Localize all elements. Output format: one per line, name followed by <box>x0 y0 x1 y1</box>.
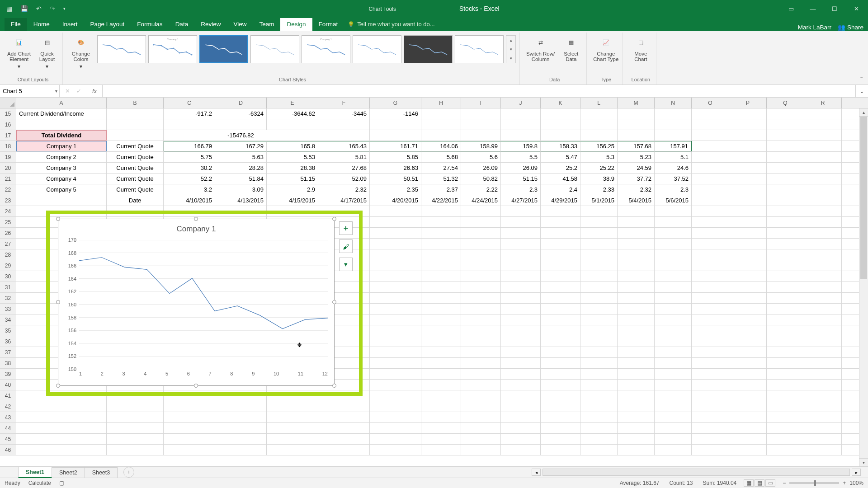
view-page-layout-icon[interactable]: ▤ <box>755 479 764 487</box>
cell[interactable] <box>729 314 767 325</box>
cell[interactable]: 5.53 <box>267 152 318 162</box>
cell[interactable] <box>692 445 729 455</box>
select-all-corner[interactable] <box>0 98 16 108</box>
grid-row[interactable]: 45 <box>0 434 868 445</box>
col-header[interactable]: Q <box>767 98 804 108</box>
cell[interactable] <box>501 217 541 227</box>
tab-view[interactable]: View <box>227 18 253 31</box>
cell[interactable] <box>804 347 842 357</box>
cell[interactable] <box>767 108 804 119</box>
cell[interactable] <box>501 380 541 390</box>
add-chart-element-button[interactable]: 📊 Add Chart Element▾ <box>7 35 31 70</box>
col-header[interactable]: R <box>804 98 842 108</box>
cell[interactable] <box>421 369 461 379</box>
cell[interactable] <box>804 282 842 292</box>
cell[interactable] <box>618 401 655 412</box>
hscroll-track[interactable] <box>542 469 850 476</box>
name-box[interactable] <box>3 88 57 94</box>
cell[interactable]: Company 4 <box>16 174 107 184</box>
cell[interactable] <box>501 314 541 325</box>
cell[interactable] <box>804 130 842 141</box>
zoom-in-button[interactable]: + <box>843 480 846 486</box>
move-chart-button[interactable]: ⬚ Move Chart <box>629 35 652 62</box>
cell[interactable] <box>580 390 618 401</box>
cell[interactable]: -917.2 <box>164 108 215 119</box>
cell[interactable] <box>541 239 580 249</box>
cell[interactable]: 2.3 <box>655 184 692 195</box>
cell[interactable] <box>692 249 729 260</box>
cell[interactable] <box>655 390 692 401</box>
cell[interactable] <box>729 423 767 433</box>
cell[interactable] <box>370 401 421 412</box>
grid-row[interactable]: 43 <box>0 412 868 423</box>
cell[interactable] <box>767 380 804 390</box>
cell[interactable] <box>729 347 767 357</box>
cell[interactable] <box>580 347 618 357</box>
cell[interactable] <box>618 445 655 455</box>
cell[interactable] <box>461 390 501 401</box>
cell[interactable] <box>767 163 804 173</box>
cell[interactable] <box>421 401 461 412</box>
cell[interactable] <box>215 119 267 130</box>
cell[interactable] <box>541 260 580 271</box>
cell[interactable]: 24.59 <box>618 163 655 173</box>
cell[interactable] <box>618 380 655 390</box>
cell[interactable] <box>541 217 580 227</box>
row-header[interactable]: 16 <box>0 119 16 130</box>
cell[interactable]: 4/24/2015 <box>461 195 501 206</box>
cell[interactable]: 5.68 <box>421 152 461 162</box>
grid-row[interactable]: 16 <box>0 119 868 130</box>
cell[interactable] <box>421 445 461 455</box>
cell[interactable] <box>618 390 655 401</box>
tab-insert[interactable]: Insert <box>56 18 84 31</box>
tab-data[interactable]: Data <box>169 18 195 31</box>
cell[interactable] <box>580 423 618 433</box>
cell[interactable] <box>767 304 804 314</box>
row-header[interactable]: 43 <box>0 412 16 422</box>
cell[interactable] <box>767 260 804 271</box>
chart-style-7[interactable] <box>404 35 453 63</box>
cell[interactable] <box>461 206 501 216</box>
cell[interactable] <box>618 314 655 325</box>
cell[interactable] <box>580 325 618 336</box>
cell[interactable] <box>107 423 164 433</box>
redo-icon[interactable]: ↷ <box>50 5 55 12</box>
row-header[interactable]: 37 <box>0 347 16 357</box>
col-header[interactable]: O <box>692 98 729 108</box>
cell[interactable] <box>580 304 618 314</box>
row-header[interactable]: 41 <box>0 390 16 401</box>
cell[interactable] <box>164 434 215 444</box>
cell[interactable] <box>804 260 842 271</box>
cell[interactable] <box>370 390 421 401</box>
cell[interactable] <box>461 347 501 357</box>
cell[interactable]: 26.09 <box>461 163 501 173</box>
cell[interactable]: -6324 <box>215 108 267 119</box>
cell[interactable] <box>804 401 842 412</box>
row-header[interactable]: 30 <box>0 271 16 282</box>
cell[interactable] <box>501 304 541 314</box>
cell[interactable] <box>580 228 618 238</box>
cell[interactable]: 4/29/2015 <box>541 195 580 206</box>
collapse-ribbon-icon[interactable]: ⌃ <box>859 76 863 82</box>
cell[interactable] <box>767 434 804 444</box>
cell[interactable] <box>501 239 541 249</box>
cell[interactable] <box>655 304 692 314</box>
cell[interactable]: 158.99 <box>461 141 501 151</box>
cell[interactable] <box>501 228 541 238</box>
cell[interactable] <box>692 358 729 368</box>
cell[interactable] <box>541 271 580 282</box>
cell[interactable] <box>767 423 804 433</box>
formula-bar-expand-icon[interactable]: ⌄ <box>855 85 868 97</box>
row-header[interactable]: 29 <box>0 260 16 271</box>
cell[interactable] <box>461 271 501 282</box>
cell[interactable]: 5.5 <box>501 152 541 162</box>
cell[interactable] <box>541 434 580 444</box>
cell[interactable] <box>767 228 804 238</box>
cell[interactable] <box>421 314 461 325</box>
cell[interactable] <box>804 271 842 282</box>
row-header[interactable]: 36 <box>0 336 16 347</box>
cell[interactable] <box>16 412 107 422</box>
cell[interactable]: Company 3 <box>16 163 107 173</box>
minimize-icon[interactable]: — <box>804 5 822 12</box>
cell[interactable] <box>804 369 842 379</box>
